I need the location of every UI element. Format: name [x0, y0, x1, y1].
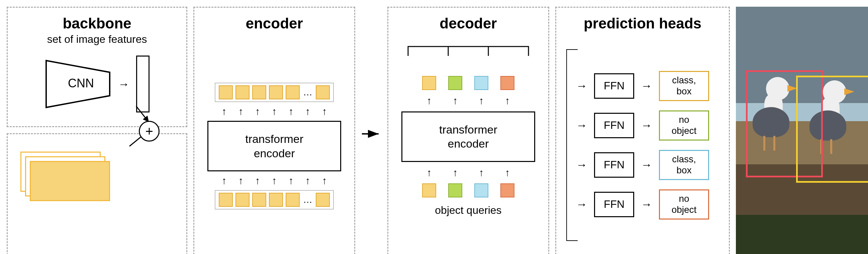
feature-token [286, 193, 300, 207]
arrow-up-icon: ↑ [251, 176, 265, 186]
encoder-up-arrows-top: ↑↑↑↑↑↑↑ [217, 106, 332, 117]
arrow-up-icon: ↑ [422, 96, 436, 106]
encoder-body: … ↑↑↑↑↑↑↑ transformer encoder ↑↑↑↑↑↑↑ … [200, 38, 348, 254]
query-token [422, 184, 436, 197]
arrow-up-icon: ↑ [474, 168, 488, 178]
prediction-output-box: no object [659, 190, 709, 220]
prediction-row: →FFN→no object [562, 110, 723, 141]
photo-scene [736, 7, 868, 254]
architecture-diagram: backbone set of image features CNN → + [7, 7, 868, 254]
plus-node-icon: + [139, 121, 160, 142]
query-token [448, 76, 462, 90]
feature-token [219, 85, 233, 100]
positional-encoding-block: positional encoding [7, 133, 187, 254]
arrow-right-icon: → [118, 78, 129, 91]
prediction-row: →FFN→class, box [562, 71, 723, 101]
arrow-right-icon: → [641, 119, 652, 132]
decoder-input-tokens [422, 184, 515, 197]
query-token [448, 184, 462, 197]
arrow-right-icon [361, 127, 381, 141]
cnn-trapezoid-icon: CNN [44, 59, 112, 109]
decoder-up-arrows-bottom: ↑↑↑↑ [422, 167, 515, 179]
arrow-up-icon: ↑ [284, 176, 298, 186]
decoder-up-arrows-top: ↑↑↑↑ [422, 95, 515, 107]
backbone-subtitle: set of image features [14, 33, 180, 46]
feature-token [252, 193, 266, 207]
prediction-row: →FFN→no object [562, 190, 723, 220]
prediction-output-box: no object [659, 110, 709, 141]
decoder-output-bridge-icon [405, 36, 532, 60]
arrow-up-icon: ↑ [317, 106, 332, 116]
encoder-to-decoder-arrow [361, 7, 381, 254]
encoder-up-arrows-bottom: ↑↑↑↑↑↑↑ [217, 175, 332, 187]
result-image-panel [736, 7, 868, 254]
arrow-up-icon: ↑ [500, 168, 515, 178]
query-token [474, 76, 488, 90]
arrow-up-icon: ↑ [448, 96, 462, 106]
arrow-right-icon: → [576, 198, 587, 211]
arrow-up-icon: ↑ [267, 176, 281, 186]
arrow-up-icon: ↑ [284, 106, 298, 116]
arrow-right-icon: → [576, 79, 587, 92]
feature-token [316, 193, 330, 207]
arrow-up-icon: ↑ [234, 176, 248, 186]
encoder-input-tokens: … [215, 190, 334, 209]
prediction-output-box: class, box [659, 150, 709, 180]
arrow-right-icon: → [641, 79, 652, 92]
feature-token [269, 193, 283, 207]
decoder-title: decoder [394, 15, 542, 32]
transformer-decoder-box: transformer encoder [401, 111, 535, 162]
feature-token [236, 193, 250, 207]
query-token [500, 76, 515, 90]
prediction-heads-body: →FFN→class, box→FFN→no object→FFN→class,… [562, 36, 723, 254]
feature-token [269, 85, 283, 100]
encoder-title: encoder [200, 15, 348, 32]
arrow-up-icon: ↑ [500, 96, 515, 106]
decoder-output-tokens [422, 76, 515, 90]
arrow-right-icon: → [641, 198, 652, 211]
arrow-right-icon: → [641, 158, 652, 171]
arrow-right-icon: → [576, 158, 587, 171]
encoder-block: encoder … ↑↑↑↑↑↑↑ transformer encoder ↑↑… [193, 7, 355, 254]
query-token [422, 76, 436, 90]
arrow-up-icon: ↑ [217, 176, 231, 186]
left-column: backbone set of image features CNN → + [7, 7, 187, 254]
positional-stack-icon [21, 151, 107, 202]
feature-token [316, 85, 330, 100]
arrow-up-icon: ↑ [301, 176, 315, 186]
arrow-up-icon: ↑ [474, 96, 488, 106]
arrow-up-icon: ↑ [448, 168, 462, 178]
arrow-up-icon: ↑ [267, 106, 281, 116]
prediction-output-box: class, box [659, 71, 709, 101]
arrow-up-icon: ↑ [251, 106, 265, 116]
prediction-heads-title: prediction heads [562, 15, 723, 32]
decoder-block: decoder ↑↑↑↑ transformer encoder ↑↑↑↑ ob… [388, 7, 549, 254]
object-queries-label: object queries [435, 204, 501, 217]
ffn-box: FFN [594, 152, 634, 178]
encoder-output-tokens: … [215, 83, 334, 102]
prediction-heads-block: prediction heads →FFN→class, box→FFN→no … [555, 7, 730, 254]
feature-tensor-rect [136, 56, 150, 112]
feature-token [252, 85, 266, 100]
positional-card [30, 161, 110, 201]
feature-token [286, 85, 300, 100]
decoder-body: ↑↑↑↑ transformer encoder ↑↑↑↑ object que… [394, 38, 542, 254]
arrow-up-icon: ↑ [317, 176, 332, 186]
arrow-up-icon: ↑ [217, 106, 231, 116]
backbone-title: backbone [14, 15, 180, 32]
arrow-right-icon: → [576, 119, 587, 132]
ffn-box: FFN [594, 192, 634, 217]
transformer-encoder-box: transformer encoder [207, 121, 341, 171]
arrow-up-icon: ↑ [301, 106, 315, 116]
prediction-row: →FFN→class, box [562, 150, 723, 180]
backbone-block: backbone set of image features CNN → + [7, 7, 187, 127]
ellipsis: … [302, 194, 313, 205]
query-token [500, 184, 515, 197]
ffn-box: FFN [594, 73, 634, 99]
arrow-up-icon: ↑ [422, 168, 436, 178]
plus-sign: + [146, 124, 153, 138]
backbone-row: CNN → [14, 56, 180, 112]
detection-bbox-yellow [796, 76, 868, 183]
ellipsis: … [302, 87, 313, 98]
prediction-input-brace-icon [566, 49, 578, 241]
